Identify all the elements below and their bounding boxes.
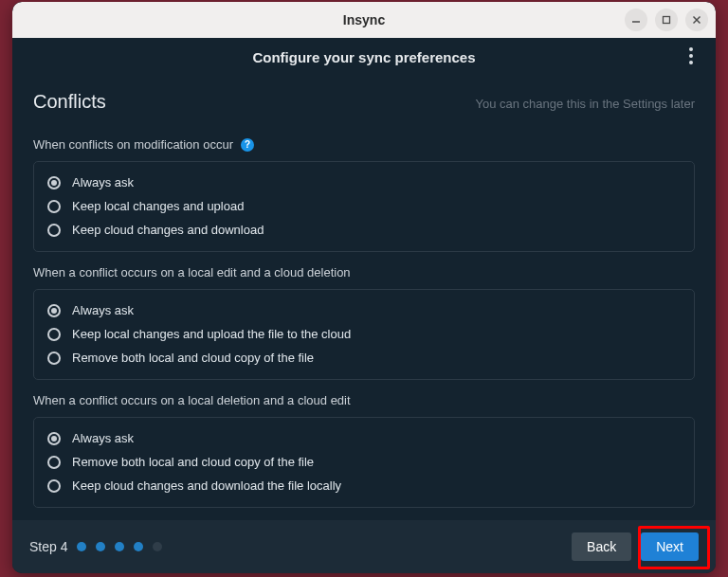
radio-keep-local-upload-file[interactable]: Keep local changes and upload the file t… bbox=[47, 322, 681, 346]
section-label-modification: When conflicts on modification occur ? bbox=[33, 137, 695, 152]
subheader-title: Configure your sync preferences bbox=[252, 49, 475, 65]
option-group-local-edit-cloud-delete: Always ask Keep local changes and upload… bbox=[33, 289, 695, 380]
radio-label: Always ask bbox=[72, 175, 134, 189]
option-group-modification: Always ask Keep local changes and upload… bbox=[33, 161, 695, 252]
radio-label: Always ask bbox=[72, 303, 134, 317]
footer-buttons: Back Next bbox=[572, 532, 699, 561]
radio-always-ask[interactable]: Always ask bbox=[47, 171, 681, 194]
maximize-button[interactable] bbox=[655, 9, 678, 31]
help-icon[interactable]: ? bbox=[241, 138, 254, 152]
radio-label: Remove both local and cloud copy of the … bbox=[72, 455, 314, 469]
minimize-icon bbox=[630, 14, 642, 26]
radio-icon bbox=[47, 176, 61, 189]
kebab-dot-icon bbox=[689, 54, 693, 58]
svg-rect-1 bbox=[664, 17, 670, 24]
titlebar: Insync bbox=[12, 2, 716, 38]
window-controls bbox=[625, 9, 708, 31]
page-title: Conflicts bbox=[33, 91, 106, 113]
step-label: Step 4 bbox=[29, 539, 67, 554]
section-label-text: When a conflict occurs on a local deleti… bbox=[33, 393, 351, 407]
radio-icon bbox=[47, 456, 61, 469]
progress-dots bbox=[77, 542, 162, 551]
subheader: Configure your sync preferences bbox=[12, 38, 716, 76]
radio-label: Keep cloud changes and download the file… bbox=[72, 478, 341, 493]
kebab-dot-icon bbox=[689, 47, 693, 51]
progress-dot-5 bbox=[153, 542, 162, 551]
radio-icon bbox=[47, 224, 61, 237]
radio-remove-both[interactable]: Remove both local and cloud copy of the … bbox=[47, 346, 681, 370]
radio-icon bbox=[47, 479, 61, 493]
radio-always-ask[interactable]: Always ask bbox=[47, 298, 681, 322]
content-area: Conflicts You can change this in the Set… bbox=[12, 76, 716, 508]
radio-keep-cloud-download-locally[interactable]: Keep cloud changes and download the file… bbox=[47, 474, 681, 497]
progress-dot-3 bbox=[115, 542, 124, 551]
radio-icon bbox=[47, 432, 61, 445]
app-window: Insync Configure your sync preferences C… bbox=[12, 2, 716, 573]
kebab-dot-icon bbox=[689, 61, 693, 64]
section-label-text: When conflicts on modification occur bbox=[33, 137, 233, 152]
radio-icon bbox=[47, 200, 61, 213]
progress-dot-2 bbox=[96, 542, 105, 551]
window-title: Insync bbox=[12, 12, 716, 27]
radio-icon bbox=[47, 352, 61, 365]
section-label-local-edit-cloud-delete: When a conflict occurs on a local edit a… bbox=[33, 265, 695, 279]
radio-remove-both[interactable]: Remove both local and cloud copy of the … bbox=[47, 450, 681, 474]
radio-icon bbox=[47, 304, 61, 317]
page-hint: You can change this in the Settings late… bbox=[475, 97, 695, 111]
back-button[interactable]: Back bbox=[572, 532, 631, 561]
step-indicator: Step 4 bbox=[29, 539, 162, 554]
minimize-button[interactable] bbox=[625, 9, 647, 31]
radio-label: Always ask bbox=[72, 431, 134, 445]
radio-keep-cloud-download[interactable]: Keep cloud changes and download bbox=[47, 218, 681, 242]
close-icon bbox=[691, 14, 702, 26]
radio-label: Remove both local and cloud copy of the … bbox=[72, 351, 314, 365]
radio-keep-local-upload[interactable]: Keep local changes and upload bbox=[47, 194, 681, 218]
radio-icon bbox=[47, 328, 61, 341]
option-group-local-delete-cloud-edit: Always ask Remove both local and cloud c… bbox=[33, 417, 695, 508]
maximize-icon bbox=[661, 14, 672, 26]
radio-always-ask[interactable]: Always ask bbox=[47, 426, 681, 450]
section-label-local-delete-cloud-edit: When a conflict occurs on a local deleti… bbox=[33, 393, 695, 407]
progress-dot-4 bbox=[134, 542, 143, 551]
radio-label: Keep cloud changes and download bbox=[72, 223, 264, 237]
section-label-text: When a conflict occurs on a local edit a… bbox=[33, 265, 351, 279]
menu-button[interactable] bbox=[682, 46, 701, 65]
page-header-row: Conflicts You can change this in the Set… bbox=[33, 91, 695, 113]
close-button[interactable] bbox=[685, 9, 708, 31]
progress-dot-1 bbox=[77, 542, 86, 551]
footer: Step 4 Back Next bbox=[12, 520, 716, 573]
radio-label: Keep local changes and upload bbox=[72, 199, 244, 213]
radio-label: Keep local changes and upload the file t… bbox=[72, 327, 351, 341]
next-button[interactable]: Next bbox=[641, 532, 699, 561]
